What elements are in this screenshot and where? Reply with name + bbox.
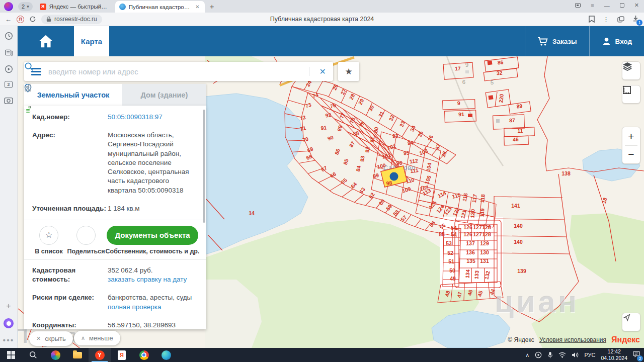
row-label: Риски при сделке: <box>32 293 108 311</box>
yandex-logo[interactable]: Яндекс <box>611 335 640 344</box>
url-bar[interactable]: rosreestr-doc.ru <box>41 15 102 24</box>
taskbar-chrome[interactable] <box>133 348 155 362</box>
parcel-label: 83 <box>359 155 366 162</box>
start-button[interactable] <box>0 348 22 362</box>
tab-title: Яндекс — быстрый поиск <box>49 4 108 10</box>
share-button[interactable]: Поделиться <box>67 226 105 255</box>
row-label: Адрес: <box>32 131 108 195</box>
taskbar-file-explorer[interactable] <box>66 348 89 362</box>
refresh-icon[interactable] <box>29 16 36 23</box>
clock[interactable]: 12:42 04.10.2024 <box>601 348 627 361</box>
close-tab-icon[interactable]: ✕ <box>194 4 200 10</box>
tab-groups-icon[interactable] <box>575 3 581 8</box>
share-icon <box>76 226 96 245</box>
tab-label: Земельный участок <box>37 91 110 99</box>
orders-button[interactable]: Заказы <box>525 26 589 56</box>
tab-building[interactable]: Дом (здание) <box>122 84 206 106</box>
browser-menu-icon[interactable]: ≡ <box>591 3 594 9</box>
favorites-button[interactable]: ★ <box>338 62 359 81</box>
ruler-icon <box>622 85 631 95</box>
action-label: Поделиться <box>67 248 105 255</box>
zoom-in-button[interactable]: + <box>622 127 640 145</box>
clear-search-icon[interactable]: ✕ <box>314 67 333 76</box>
alice-assistant-icon[interactable] <box>4 318 14 328</box>
search-bar: ✕ <box>24 62 333 81</box>
profile-avatar[interactable] <box>4 2 13 11</box>
downloads-button[interactable]: 1 <box>632 15 639 24</box>
taskbar-yandex-browser[interactable]: Y <box>89 348 111 362</box>
collections-icon[interactable] <box>617 16 624 23</box>
wifi-icon[interactable] <box>558 352 566 358</box>
more-options-icon[interactable]: ⋮ <box>603 16 609 23</box>
zoom-control: + − <box>622 127 640 164</box>
notifications-button[interactable]: 2 <box>633 350 640 359</box>
yandex-home-icon[interactable]: Я <box>17 16 24 23</box>
object-info-panel: Кад.номер: 50:05:0090318:97 Адрес: Моско… <box>24 106 206 329</box>
taskbar-search-button[interactable] <box>22 348 44 362</box>
screenshot-icon[interactable] <box>4 96 13 105</box>
volume-icon[interactable] <box>572 352 579 358</box>
taskbar: Y Я ∧ РУС 12:42 04.10.2024 <box>0 348 644 362</box>
history-icon[interactable] <box>4 31 13 40</box>
parcel-label: 54 <box>451 225 457 231</box>
minimize-icon[interactable]: — <box>604 3 610 9</box>
full-check-link[interactable]: полная проверка <box>108 303 198 312</box>
terms-link[interactable]: Условия использования <box>539 336 606 343</box>
tray-expand-icon[interactable]: ∧ <box>525 352 529 358</box>
tabs-panel-icon[interactable]: 2 <box>5 81 13 88</box>
parcel-label: 82 <box>364 146 371 153</box>
new-tab-button[interactable]: + <box>210 2 214 11</box>
add-to-list-button[interactable]: ☆ В список <box>30 226 67 255</box>
parcel-label: 53 <box>446 240 452 246</box>
info-row: Уточненная площадь: 1 184 кв.м <box>24 200 206 218</box>
login-button[interactable]: Вход <box>589 26 644 56</box>
parcel-label: 117 <box>471 194 478 203</box>
cadastral-number-link[interactable]: 50:05:0090318:97 <box>108 113 163 121</box>
tab-count: 2 <box>22 4 25 10</box>
row-label: Уточненная площадь: <box>32 204 108 213</box>
tab-land-parcel[interactable]: Земельный участок <box>24 84 122 106</box>
terrain-label: 6 <box>462 79 465 85</box>
row-label: Кадастровая стоимость: <box>32 266 108 284</box>
add-icon[interactable]: + <box>4 302 13 311</box>
parcel-label: 138 <box>561 170 571 176</box>
feed-icon[interactable] <box>4 48 13 57</box>
locate-me-button[interactable] <box>622 313 640 331</box>
measure-button[interactable] <box>622 85 640 104</box>
parcel-label: 51 <box>448 258 454 264</box>
site-header: Карта Заказы Вход <box>18 26 644 56</box>
parcel-label: 9 <box>457 100 460 106</box>
sidebar-more-icon[interactable]: ••• <box>4 336 13 345</box>
browser-tab-yandex[interactable]: Я Яндекс — быстрый поиск <box>36 2 112 12</box>
close-window-icon[interactable]: ✕ <box>634 2 639 9</box>
taskbar-app-paint[interactable] <box>44 348 66 362</box>
restore-icon[interactable] <box>620 3 624 8</box>
parcel-label: 89 <box>516 103 523 110</box>
parcel-label: 129 <box>480 240 489 246</box>
bookmark-icon[interactable] <box>589 16 595 23</box>
taskbar-yandex-app[interactable]: Я <box>111 348 133 362</box>
object-documents-button[interactable]: Документы объекта <box>107 226 198 245</box>
home-button[interactable] <box>18 26 74 56</box>
login-label: Вход <box>615 38 632 45</box>
order-certificate-link[interactable]: заказать справку на дату <box>108 275 198 284</box>
back-icon[interactable]: ← <box>5 16 12 23</box>
browser-tab-cadastral[interactable]: Публичная кадастров... ✕ <box>115 1 205 13</box>
desktop: 2 ▾ Я Яндекс — быстрый поиск Публичная к… <box>0 0 644 362</box>
search-input[interactable] <box>48 67 294 76</box>
edge-icon <box>162 350 171 360</box>
video-icon[interactable] <box>4 64 13 73</box>
language-indicator[interactable]: РУС <box>584 352 595 358</box>
tab-map[interactable]: Карта <box>74 26 109 56</box>
layers-button[interactable] <box>622 61 640 80</box>
panel-scrollbar[interactable] <box>203 110 205 223</box>
people-icon[interactable] <box>535 351 542 358</box>
zoom-out-button[interactable]: − <box>622 146 640 164</box>
yandex-browser-icon: Y <box>95 350 105 360</box>
taskbar-edge[interactable] <box>155 348 177 362</box>
parcel-label: 54 <box>451 231 457 237</box>
parcel-label: 128 <box>482 224 491 230</box>
microphone-icon[interactable] <box>547 351 553 358</box>
tab-counter[interactable]: 2 ▾ <box>18 2 33 11</box>
star-outline-icon: ☆ <box>39 226 58 245</box>
